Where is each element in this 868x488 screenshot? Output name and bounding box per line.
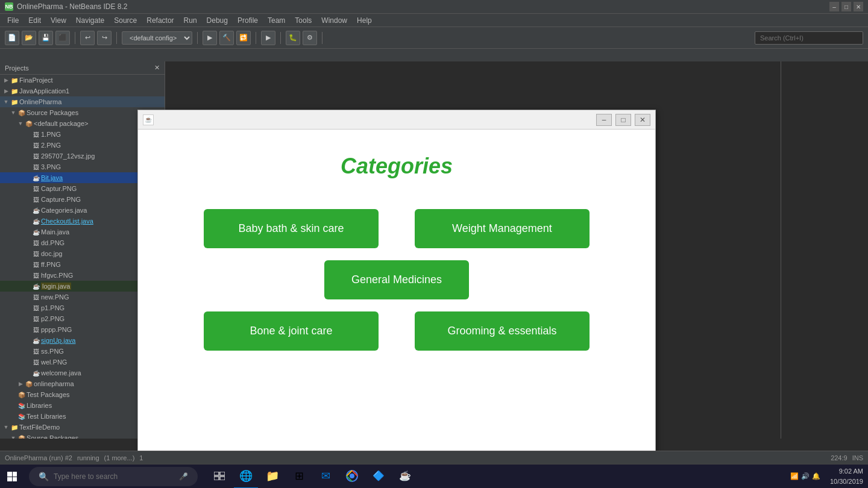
explorer-button[interactable]: 📁 [260, 465, 285, 489]
tree-javaapp1[interactable]: ▶ 📁 JavaApplication1 [0, 86, 165, 96]
run-main-button[interactable]: ▶ [203, 31, 217, 45]
edge-icon: 🌐 [239, 469, 253, 483]
menu-source[interactable]: Source [109, 14, 142, 27]
close-button[interactable]: ✕ [854, 2, 863, 11]
expand-icon [24, 196, 31, 203]
tree-onlinepharma[interactable]: ▼ 📁 OnlinePharma [0, 96, 165, 107]
image-icon: 🖼 [31, 162, 41, 172]
taskbar-search[interactable]: 🔍 🎤 [29, 467, 198, 486]
menu-window[interactable]: Window [316, 14, 352, 27]
maximize-button[interactable]: □ [841, 2, 851, 11]
tree-label: Categories.java [41, 207, 87, 214]
profile-button[interactable]: ⚙ [303, 31, 317, 45]
menu-view[interactable]: View [46, 14, 71, 27]
general-medicines-button[interactable]: General Medicines [324, 260, 469, 299]
expand-icon [24, 228, 31, 236]
app-minimize-button[interactable]: – [596, 114, 612, 126]
save-all-button[interactable]: ⬛ [55, 31, 70, 45]
menu-run[interactable]: Run [179, 14, 202, 27]
tree-fina-project[interactable]: ▶ 📁 FinaProject [0, 75, 165, 86]
menu-debug[interactable]: Debug [202, 14, 233, 27]
image-icon: 🖼 [31, 260, 41, 269]
tree-label: 295707_12vsz.jpg [41, 152, 95, 160]
menu-edit[interactable]: Edit [24, 14, 46, 27]
separator-3 [197, 32, 198, 44]
title-bar-controls: – □ ✕ [829, 2, 863, 11]
bone-joint-button[interactable]: Bone & joint care [204, 311, 379, 351]
expand-icon [24, 293, 31, 301]
grooming-essentials-button[interactable]: Grooming & essentials [415, 311, 590, 351]
app-maximize-button[interactable]: □ [615, 114, 631, 126]
main-layout: Projects ✕ ▶ 📁 FinaProject ▶ 📁 JavaAppli… [0, 61, 868, 439]
mail-button[interactable]: ✉ [313, 465, 338, 489]
run-button[interactable]: ▶ [261, 31, 275, 45]
image-icon: 🖼 [31, 140, 41, 150]
menu-file[interactable]: File [2, 14, 24, 27]
menu-refactor[interactable]: Refactor [142, 14, 178, 27]
save-button[interactable]: 💾 [39, 31, 53, 45]
menu-bar: File Edit View Navigate Source Refactor … [0, 13, 868, 27]
status-label: running [77, 454, 99, 461]
folder-icon: 📁 [10, 422, 19, 432]
tree-label: hfgvc.PNG [41, 272, 73, 279]
package-icon: 📦 [24, 119, 34, 128]
image-icon: 🖼 [31, 195, 41, 204]
redo-button[interactable]: ↪ [97, 31, 112, 45]
weight-management-button[interactable]: Weight Management [415, 209, 590, 248]
open-project-button[interactable]: 📂 [22, 31, 36, 45]
voice-search-icon[interactable]: 🎤 [179, 472, 188, 481]
network-icon[interactable]: 📶 [790, 472, 799, 480]
menu-tools[interactable]: Tools [290, 14, 316, 27]
start-button[interactable] [0, 465, 24, 489]
package-icon: 📦 [17, 108, 27, 117]
tree-label: JavaApplication1 [19, 87, 69, 95]
config-dropdown[interactable]: <default config> [122, 31, 192, 45]
separator-5 [280, 32, 281, 44]
taskbar-search-input[interactable] [54, 472, 174, 481]
chrome-button[interactable] [340, 465, 364, 489]
menu-navigate[interactable]: Navigate [71, 14, 109, 27]
new-project-button[interactable]: 📄 [5, 31, 19, 45]
svg-rect-2 [7, 477, 12, 481]
menu-profile[interactable]: Profile [233, 14, 263, 27]
projects-close-icon[interactable]: ✕ [154, 64, 160, 72]
image-icon: 🖼 [31, 249, 41, 258]
expand-icon [24, 131, 31, 138]
task-view-button[interactable] [207, 465, 231, 489]
build-button[interactable]: 🔨 [219, 31, 234, 45]
image-icon: 🖼 [31, 303, 41, 313]
java-taskbar-button[interactable]: ☕ [393, 465, 417, 489]
tree-label: <default package> [34, 120, 89, 127]
expand-icon [10, 402, 17, 409]
search-input[interactable] [755, 31, 863, 45]
menu-help[interactable]: Help [352, 14, 377, 27]
tree-label: onlinepharma [34, 380, 74, 387]
tree-label: Test Packages [27, 391, 70, 398]
separator-4 [256, 32, 256, 44]
tree-label: 3.PNG [41, 163, 61, 170]
tree-label: Source Packages [27, 109, 78, 116]
expand-icon [24, 174, 31, 181]
tree-label: signUp.java [41, 337, 75, 344]
store-button[interactable]: ⊞ [287, 465, 311, 489]
expand-icon [24, 272, 31, 279]
notification-icon[interactable]: 🔔 [812, 472, 820, 480]
expand-icon: ▶ [2, 87, 10, 95]
app-close-button[interactable]: ✕ [635, 114, 650, 126]
undo-button[interactable]: ↩ [80, 31, 95, 45]
expand-icon: ▶ [2, 77, 10, 84]
menu-team[interactable]: Team [263, 14, 290, 27]
clean-build-button[interactable]: 🔁 [236, 31, 251, 45]
netbeans-taskbar-button[interactable]: 🔷 [366, 465, 391, 489]
debug-button[interactable]: 🐛 [286, 31, 300, 45]
folder-icon: 📁 [10, 97, 19, 107]
taskbar-clock[interactable]: 9:02 AM 10/30/2019 [825, 466, 868, 486]
tree-label: CheckoutList.java [41, 217, 93, 225]
window-title: OnlinePharma - NetBeans IDE 8.2 [17, 2, 826, 11]
edge-button[interactable]: 🌐 [234, 465, 258, 489]
tree-label: new.PNG [41, 293, 69, 301]
minimize-button[interactable]: – [829, 2, 839, 11]
baby-bath-button[interactable]: Baby bath & skin care [204, 209, 379, 248]
expand-icon [24, 163, 31, 170]
volume-icon[interactable]: 🔊 [801, 472, 810, 480]
